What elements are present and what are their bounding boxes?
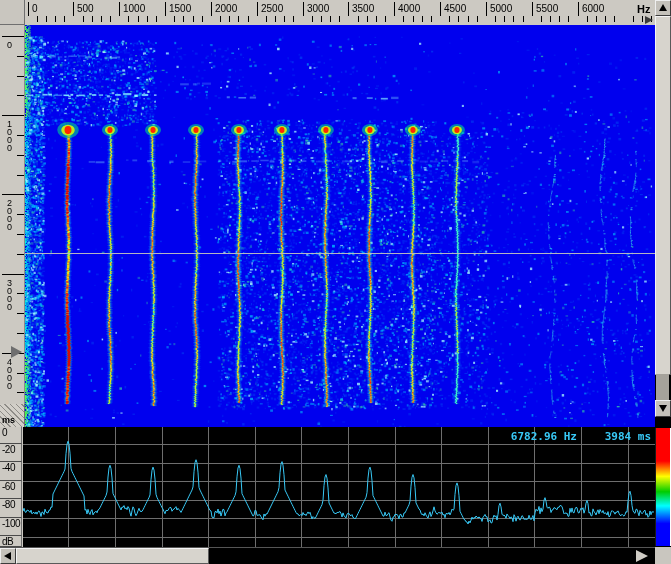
frequency-ruler (25, 0, 655, 25)
time-readout: 3984 ms (605, 430, 651, 443)
level-unit-label: dB (0, 536, 22, 547)
top-left-corner-box (0, 0, 25, 25)
level-tick-label: 0 (0, 427, 22, 444)
frequency-cursor-icon[interactable] (645, 16, 653, 24)
spectrogram-analyzer-window: ms 0-20-40-60-80-100dB 6782.96 Hz 3984 m… (0, 0, 671, 564)
time-unit-box: ms (0, 404, 25, 427)
scroll-down-button[interactable] (655, 400, 671, 417)
right-arrow-icon[interactable] (636, 550, 648, 562)
level-tick-label: -60 (0, 481, 22, 499)
level-tick-label: -100 (0, 518, 22, 536)
spectrum-canvas (23, 427, 655, 547)
level-ruler: 0-20-40-60-80-100dB (0, 427, 23, 547)
down-arrow-icon (659, 405, 667, 412)
time-ruler (0, 25, 25, 427)
level-tick-label: -80 (0, 499, 22, 518)
level-tick-label: -20 (0, 444, 22, 462)
horizontal-scrollbar[interactable] (0, 547, 655, 564)
horizontal-scrollbar-thumb[interactable] (16, 548, 209, 564)
left-arrow-icon (4, 552, 11, 560)
spectrum-panel: 0-20-40-60-80-100dB 6782.96 Hz 3984 ms (0, 427, 671, 547)
bottom-right-corner-box (655, 547, 671, 564)
level-colorbar (655, 428, 671, 546)
up-arrow-icon (659, 4, 667, 11)
vertical-scrollbar-track[interactable] (656, 374, 669, 400)
time-unit-label: ms (2, 415, 15, 425)
horizontal-scrollbar-track[interactable] (209, 548, 634, 564)
scroll-left-button[interactable] (0, 548, 16, 564)
vertical-scrollbar[interactable] (655, 0, 671, 427)
vertical-scrollbar-thumb[interactable] (655, 16, 671, 375)
scroll-up-button[interactable] (655, 0, 671, 16)
level-tick-label: -40 (0, 462, 22, 481)
frequency-readout: 6782.96 Hz (511, 430, 577, 443)
time-marker-icon[interactable] (11, 346, 22, 358)
spectrogram-canvas[interactable] (25, 25, 655, 427)
time-cursor-line (25, 253, 655, 254)
